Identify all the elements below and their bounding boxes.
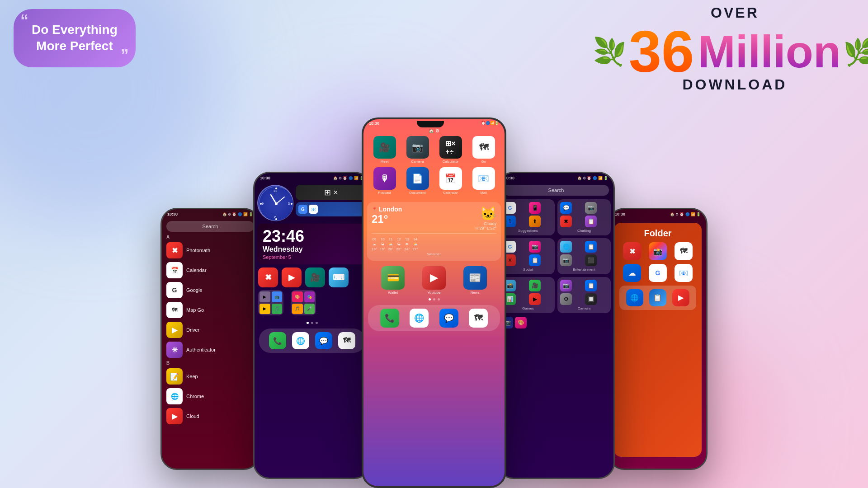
weather-hour: 11⛅20° <box>388 237 393 251</box>
cam-g3: ⚙ <box>560 293 572 305</box>
phone5-status-bar: 10:30 🏠 ⚙ ⏰ 🔵 📶 🔋 <box>609 209 706 219</box>
analog-clock: 12 3 6 9 <box>257 185 293 221</box>
phone5-status-icons: 🏠 ⚙ ⏰ 🔵 📶 🔋 <box>670 212 701 216</box>
phone3-maps-icon[interactable]: 🗺 <box>469 309 488 328</box>
mapgo-label: Map Go <box>186 307 204 313</box>
folder-quad-2[interactable]: 🎨 🎭 🎵 🎤 <box>291 290 316 315</box>
phone1-status-icons: 🏠 ⚙ ⏰ 🔵 📶 🔋 <box>222 212 253 216</box>
app-cell-meet[interactable]: 🎥 Meet <box>373 136 396 164</box>
mapgo-icon: 🗺 <box>166 302 183 318</box>
phone3-status-icons: ⏰🔵📶🔋 <box>481 121 499 125</box>
million-number: 36 <box>629 22 694 81</box>
games-label: Games <box>504 306 552 310</box>
app-cell[interactable]: ▶ <box>282 267 302 287</box>
weather-hourly: 09☁18° 10🌤19° 11⛅20° 12🌤22° 13🌧24° 14⛅27… <box>372 237 496 251</box>
quad-cell: ▶ <box>259 291 270 302</box>
list-item[interactable]: 🗺 Map Go <box>162 300 259 320</box>
phone3-msg-icon[interactable]: 💬 <box>439 309 458 328</box>
photomath-app-icon: ✖ <box>258 267 278 287</box>
go-label: Go <box>481 160 486 164</box>
dot <box>307 322 309 324</box>
driver-label: Driver <box>186 327 199 333</box>
ent-mini-icon3: ⬛ <box>585 254 597 266</box>
chrome-ent-icon: 🌐 <box>560 241 572 253</box>
quad-cell: 🎤 <box>304 304 315 314</box>
dot <box>316 322 318 324</box>
folder-icon-drive[interactable]: ☁ <box>623 264 641 282</box>
folder-title: Folder <box>619 228 696 239</box>
keyboard-app-icon: ⌨ <box>329 267 349 287</box>
app-cell-wallet[interactable]: 💳 Wallet <box>381 266 405 295</box>
ent-mini-icon: 📋 <box>585 241 597 253</box>
chat-mini-icon: 📋 <box>585 216 597 227</box>
million-word: Million <box>698 29 841 74</box>
app-cell[interactable]: ✖ <box>258 267 278 287</box>
phone2-status-bar: 10:30 🏠 ⚙ ⏰ 🔵 📶 🔋 <box>255 173 369 183</box>
weather-hour: 12🌤22° <box>396 237 401 251</box>
list-item[interactable]: ✖ Photomath <box>162 240 259 260</box>
podcast-icon: 🎙 <box>373 167 396 190</box>
list-item[interactable]: 📅 Calendar <box>162 260 259 280</box>
app-cell-camera[interactable]: 📷 Camera <box>406 136 429 164</box>
list-item[interactable]: 📝 Keep <box>162 366 259 386</box>
app-cell-calc[interactable]: ⊞×+÷ Calculator <box>439 136 462 164</box>
million-section: OVER 🌿 36 Million 🌿 DOWNLOAD <box>629 5 841 93</box>
app-cell-podcast[interactable]: 🎙 Podcast <box>373 167 396 195</box>
folder-icon-x[interactable]: ✖ <box>623 242 641 260</box>
phone1-search[interactable]: Search <box>166 221 254 232</box>
app-cell-calendar[interactable]: 📅 Calendar <box>439 167 462 195</box>
folder-inner-blue[interactable]: 📋 <box>649 289 666 306</box>
weather-hour: 13🌧24° <box>404 237 410 251</box>
phone1-time: 10:30 <box>167 212 178 216</box>
folder-icon-gmail[interactable]: 📧 <box>675 264 693 282</box>
notch <box>417 121 444 127</box>
weather-city: London <box>379 206 402 213</box>
list-item[interactable]: G Google <box>162 280 259 300</box>
phone5-time: 10:30 <box>615 212 625 216</box>
arrow-mini-icon: ⬆ <box>529 216 541 227</box>
folder-inner-chrome[interactable]: 🌐 <box>626 289 643 306</box>
calculator-icon: ⊞×+÷ <box>439 136 462 159</box>
svg-text:3: 3 <box>288 202 290 206</box>
phone3-chrome-icon[interactable]: 🌐 <box>410 309 429 328</box>
app-cell[interactable]: ⌨ <box>329 267 349 287</box>
svg-point-11 <box>275 202 278 205</box>
quad-cell: 🎨 <box>292 291 303 302</box>
weather-temp: 21° <box>372 213 402 225</box>
folder-icon-maps[interactable]: 🗺 <box>675 242 693 260</box>
list-item[interactable]: ▶ Driver <box>162 320 259 340</box>
app-cell-mail[interactable]: 📧 Mail <box>472 167 495 195</box>
app-cell[interactable]: 🎥 <box>305 267 325 287</box>
podcast-label: Podcast <box>378 191 391 195</box>
phone-dock-icon[interactable]: 📞 <box>269 332 286 349</box>
phone3-phone-icon[interactable]: 📞 <box>380 309 399 328</box>
list-item[interactable]: 🌐 Chrome <box>162 386 259 406</box>
folder-icon-google[interactable]: G <box>649 264 667 282</box>
app-cell-news[interactable]: 📰 News <box>463 266 487 295</box>
svg-point-2 <box>291 203 292 205</box>
maps-dock-icon[interactable]: 🗺 <box>338 332 355 349</box>
quad-cell: 🎵 <box>292 304 303 314</box>
app-cell-go[interactable]: 🗺 Go <box>472 136 495 164</box>
chrome-dock-icon[interactable]: 🌐 <box>292 332 309 349</box>
folder-quad-1[interactable]: ▶ 📺 ▶ 🎵 <box>258 290 283 315</box>
msg-dock-icon[interactable]: 💬 <box>315 332 332 349</box>
list-item[interactable]: ▶ Cloud <box>162 406 259 426</box>
chatting-group: 💬 📷 ✖ 📋 Chatting <box>557 199 611 235</box>
games-icon2: 🎥 <box>529 280 541 291</box>
app-cell-doc[interactable]: 📄 Document <box>406 167 429 195</box>
wallet-icon: 💳 <box>381 266 405 290</box>
folder-inner-yt[interactable]: ▶ <box>672 289 689 306</box>
folder-icon-photos[interactable]: 📸 <box>649 242 667 260</box>
mail-label: Mail <box>480 191 487 195</box>
google-label: Google <box>186 287 202 293</box>
ph-mini-icon: ✖ <box>560 216 572 227</box>
photomath-icon: ✖ <box>166 242 183 258</box>
laurel-right-icon: 🌿 <box>843 36 868 68</box>
phone1-section-b: B <box>162 360 259 366</box>
phone4-search[interactable]: Search <box>503 185 609 196</box>
phone1-app-list: A ✖ Photomath 📅 Calendar G Google 🗺 Map … <box>162 234 259 470</box>
list-item[interactable]: ✳ Authenticator <box>162 340 259 360</box>
app-cell-youtube[interactable]: ▶ Youtube <box>422 266 446 295</box>
social-mini-icon: 📋 <box>529 254 541 266</box>
